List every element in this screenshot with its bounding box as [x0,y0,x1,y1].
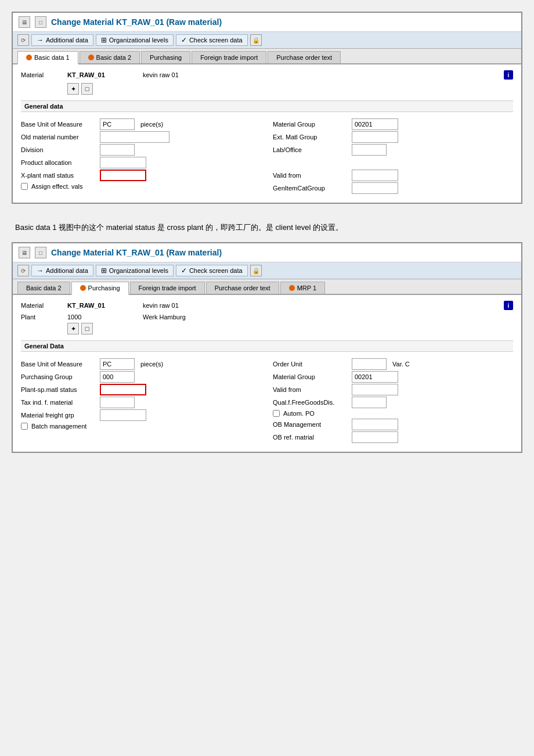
material-desc-2: kevin raw 01 [143,302,498,309]
info-icon-2[interactable]: i [504,301,513,310]
label-matl-group-2: Material Group [273,373,348,380]
toolbar-2: ⟳ → Additional data ⊞ Organizational lev… [13,262,521,279]
tab-dot-4 [289,285,295,291]
material-row-1: Material KT_RAW_01 kevin raw 01 i [21,70,513,80]
additional-data-btn-1[interactable]: → Additional data [31,34,93,46]
form-row-lab-office-1: Lab/Office [273,143,513,156]
window-icon-2: □ [35,16,46,28]
form-row-gen-item-1: GenItemCatGroup [273,182,513,195]
form-row-valid-from-1: Valid from [273,169,513,182]
toolbar-icon-2[interactable]: ⟳ [17,265,29,276]
tabs-1: Basic data 1 Basic data 2 Purchasing For… [13,49,521,64]
square-icon-2[interactable]: □ [81,323,93,334]
input-product-allocation-1[interactable] [100,157,146,168]
left-col-2: Base Unit of Measure piece(s) Purchasing… [21,358,261,444]
window-icon-3: 🖥 [19,247,30,258]
form-row-purchasing-group-2: Purchasing Group [21,370,261,383]
label-ext-matl-1: Ext. Matl Group [273,134,348,141]
tab-foreign-trade-1[interactable]: Foreign trade import [192,51,266,63]
section-header-2: General Data [21,340,513,352]
label-plant-sp-2: Plant-sp.matl status [21,386,96,393]
label-valid-from-2: Valid from [273,386,348,393]
org-levels-btn-2[interactable]: ⊞ Organizational levels [96,265,174,276]
plant-value-2: 1000 [67,314,137,321]
label-old-material-1: Old material number [21,134,96,141]
form-row-ext-matl-1: Ext. Matl Group [273,131,513,143]
form-row-empty-1 [273,156,513,169]
label-qual-free-2: Qual.f.FreeGoodsDis. [273,399,348,406]
tab-purchasing-1[interactable]: Purchasing [141,51,190,63]
toolbar-icon-1[interactable]: ⟳ [17,34,29,46]
org-levels-btn-1[interactable]: ⊞ Organizational levels [96,34,174,46]
input-valid-from-2[interactable] [352,384,398,395]
input-tax-ind-2[interactable] [100,397,135,408]
tab-dot-3 [80,285,86,291]
label-xplant-1: X-plant matl status [21,172,96,179]
label-gen-item-1: GenItemCatGroup [273,185,348,192]
input-xplant-1[interactable] [100,170,146,181]
input-gen-item-1[interactable] [352,182,398,194]
input-ext-matl-1[interactable] [352,131,398,143]
check-screen-btn-1[interactable]: ✓ Check screen data [176,34,248,46]
org-icon-1: ⊞ [101,36,107,44]
check-screen-btn-2[interactable]: ✓ Check screen data [176,265,248,276]
input-ob-ref-2[interactable] [352,431,398,443]
tab-purchase-order-1[interactable]: Purchase order text [268,51,341,63]
form-grid-1: Base Unit of Measure piece(s) Old materi… [21,116,513,197]
title-bar-1: 🖥 □ Change Material KT_RAW_01 (Raw mater… [13,13,521,32]
page-container: 🖥 □ Change Material KT_RAW_01 (Raw mater… [12,12,522,453]
material-icons-row-2: ✦ □ [67,323,513,334]
input-old-material-1[interactable] [100,131,169,143]
flag-icon-1[interactable]: ✦ [67,83,79,95]
form-row-matl-freight-2: Material freight grp [21,409,261,422]
input-division-1[interactable] [100,144,135,156]
tab-basic-data-1[interactable]: Basic data 1 [17,51,78,64]
tab-basic-data-2[interactable]: Basic data 2 [80,51,140,63]
input-ob-mgmt-2[interactable] [352,419,398,430]
lock-icon-2[interactable]: 🔒 [250,265,262,276]
tab-basic-data-2-w2[interactable]: Basic data 2 [17,282,70,294]
info-icon-1[interactable]: i [504,70,513,80]
org-icon-2: ⊞ [101,267,107,275]
label-autom-po-2: Autom. PO [283,410,315,417]
tab-purchase-order-2[interactable]: Purchase order text [206,282,279,294]
input-base-unit-code-2[interactable] [100,358,135,370]
input-order-unit-2[interactable] [352,358,387,370]
form-row-tax-ind-2: Tax ind. f. material [21,396,261,409]
checkbox-batch-mgmt-2[interactable] [21,423,28,430]
label-purchasing-group-2: Purchasing Group [21,373,96,380]
input-lab-office-1[interactable] [352,144,387,156]
tab-foreign-trade-2[interactable]: Foreign trade import [130,282,205,294]
right-col-2: Order Unit Var. C Material Group Valid f… [273,358,513,444]
square-icon-1[interactable]: □ [81,83,93,95]
label-lab-office-1: Lab/Office [273,146,348,153]
additional-data-btn-2[interactable]: → Additional data [31,265,93,276]
input-qual-free-2[interactable] [352,397,387,408]
lock-icon-1[interactable]: 🔒 [250,34,262,46]
material-label-2: Material [21,302,62,309]
form-row-autom-po-2: Autom. PO [273,409,513,418]
plant-row-2: Plant 1000 Werk Hamburg [21,314,513,321]
form-row-valid-from-2: Valid from [273,383,513,396]
label-base-unit-1: Base Unit of Measure [21,121,96,128]
window-icon-4: □ [35,247,46,258]
input-matl-group-2[interactable] [352,371,398,383]
material-icons-row-1: ✦ □ [67,83,513,95]
tabs-2: Basic data 2 Purchasing Foreign trade im… [13,279,521,295]
tab-mrp-1[interactable]: MRP 1 [280,282,325,294]
input-base-unit-code-1[interactable] [100,118,135,130]
checkbox-assign-effect-1[interactable] [21,183,28,190]
checkbox-autom-po-2[interactable] [273,410,280,417]
input-plant-sp-2[interactable] [100,384,146,395]
input-matl-group-1[interactable] [352,118,398,130]
window1: 🖥 □ Change Material KT_RAW_01 (Raw mater… [12,12,522,204]
label-base-unit-2: Base Unit of Measure [21,361,96,368]
form-row-base-unit-2: Base Unit of Measure piece(s) [21,358,261,370]
input-matl-freight-2[interactable] [100,409,146,421]
input-purchasing-group-2[interactable] [100,371,135,383]
tab-purchasing-2[interactable]: Purchasing [71,282,129,295]
title-bar-2: 🖥 □ Change Material KT_RAW_01 (Raw mater… [13,243,521,262]
input-valid-from-1[interactable] [352,170,398,181]
flag-icon-2[interactable]: ✦ [67,323,79,334]
window-icon-1: 🖥 [19,16,30,28]
